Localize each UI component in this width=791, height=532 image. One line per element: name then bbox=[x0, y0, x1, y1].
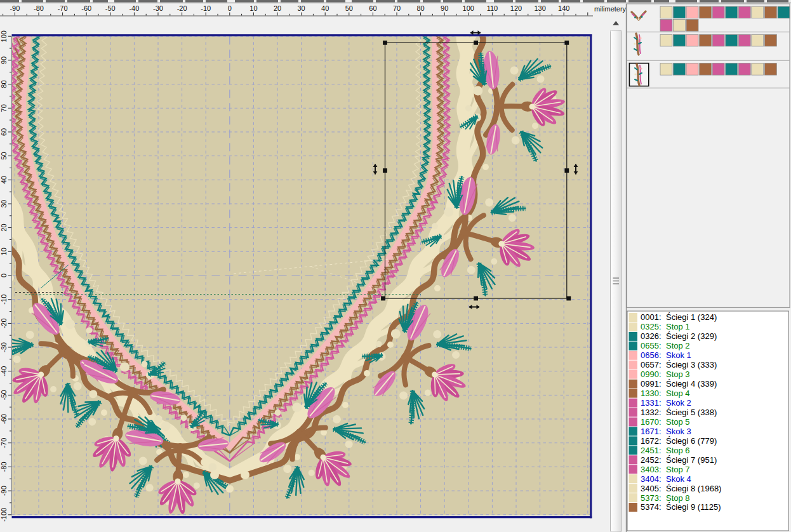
svg-text:-80: -80 bbox=[34, 4, 44, 12]
svg-text:10: 10 bbox=[0, 248, 8, 255]
svg-text:-50: -50 bbox=[0, 390, 8, 400]
svg-text:Ściegi 4 (339): Ściegi 4 (339) bbox=[666, 379, 717, 389]
svg-text:130: 130 bbox=[534, 4, 545, 12]
svg-text:30: 30 bbox=[297, 4, 305, 12]
svg-text:40: 40 bbox=[0, 176, 8, 183]
svg-text:2452:: 2452: bbox=[641, 455, 661, 465]
svg-text:0655:: 0655: bbox=[641, 341, 661, 350]
svg-text:Ściegi 9 (1125): Ściegi 9 (1125) bbox=[666, 502, 721, 512]
svg-text:110: 110 bbox=[487, 4, 498, 12]
svg-text:2451:: 2451: bbox=[641, 446, 661, 455]
svg-text:Stop 4: Stop 4 bbox=[666, 389, 690, 398]
svg-text:-30: -30 bbox=[0, 342, 8, 352]
svg-text:Skok 3: Skok 3 bbox=[666, 427, 691, 436]
svg-text:-70: -70 bbox=[0, 438, 8, 448]
svg-text:-60: -60 bbox=[81, 4, 91, 12]
svg-text:1330:: 1330: bbox=[641, 389, 661, 398]
svg-text:Stop 6: Stop 6 bbox=[666, 446, 690, 455]
svg-text:-60: -60 bbox=[0, 414, 8, 424]
svg-text:50: 50 bbox=[0, 152, 8, 159]
svg-text:3403:: 3403: bbox=[641, 465, 661, 474]
svg-text:-40: -40 bbox=[129, 4, 139, 12]
svg-text:Ściegi 8 (1968): Ściegi 8 (1968) bbox=[666, 484, 721, 493]
svg-text:0001:: 0001: bbox=[641, 312, 661, 322]
svg-text:20: 20 bbox=[0, 223, 8, 231]
svg-text:Skok 1: Skok 1 bbox=[666, 350, 691, 360]
svg-text:Stop 2: Stop 2 bbox=[666, 341, 690, 350]
svg-text:-20: -20 bbox=[177, 4, 187, 12]
svg-text:50: 50 bbox=[345, 4, 353, 12]
svg-text:milimetery: milimetery bbox=[594, 5, 627, 13]
svg-text:Ściegi 5 (338): Ściegi 5 (338) bbox=[666, 408, 717, 417]
svg-text:60: 60 bbox=[369, 4, 376, 12]
svg-text:Ściegi 2 (329): Ściegi 2 (329) bbox=[666, 331, 717, 341]
svg-text:5373:: 5373: bbox=[641, 493, 661, 503]
svg-text:90: 90 bbox=[0, 57, 8, 64]
svg-text:1672:: 1672: bbox=[641, 436, 661, 446]
svg-text:0326:: 0326: bbox=[641, 331, 661, 341]
svg-text:140: 140 bbox=[558, 4, 569, 12]
svg-text:40: 40 bbox=[321, 4, 329, 12]
svg-text:70: 70 bbox=[393, 4, 401, 12]
svg-text:60: 60 bbox=[0, 128, 8, 136]
svg-text:-80: -80 bbox=[0, 462, 8, 472]
svg-text:-10: -10 bbox=[201, 4, 211, 12]
svg-text:20: 20 bbox=[274, 4, 281, 12]
svg-text:-20: -20 bbox=[0, 318, 8, 328]
svg-text:-90: -90 bbox=[0, 486, 8, 496]
svg-text:100: 100 bbox=[463, 4, 474, 12]
svg-text:5374:: 5374: bbox=[641, 502, 661, 512]
svg-text:0325:: 0325: bbox=[641, 322, 661, 331]
svg-text:1670:: 1670: bbox=[641, 417, 661, 427]
svg-text:0: 0 bbox=[0, 274, 8, 277]
svg-text:70: 70 bbox=[0, 104, 8, 112]
svg-text:100: 100 bbox=[0, 30, 8, 42]
svg-text:0990:: 0990: bbox=[641, 369, 661, 379]
svg-text:80: 80 bbox=[0, 80, 8, 88]
svg-text:90: 90 bbox=[441, 4, 448, 12]
svg-text:Ściegi 3 (333): Ściegi 3 (333) bbox=[666, 360, 717, 369]
svg-text:0656:: 0656: bbox=[641, 350, 661, 360]
svg-text:Ściegi 6 (779): Ściegi 6 (779) bbox=[666, 436, 717, 446]
svg-text:10: 10 bbox=[249, 4, 257, 12]
svg-text:Ściegi 7 (951): Ściegi 7 (951) bbox=[666, 455, 717, 465]
svg-text:Stop 1: Stop 1 bbox=[666, 322, 690, 331]
svg-text:Stop 5: Stop 5 bbox=[666, 417, 690, 427]
svg-text:1671:: 1671: bbox=[641, 427, 661, 436]
svg-text:-50: -50 bbox=[105, 4, 116, 12]
svg-text:Skok 4: Skok 4 bbox=[666, 474, 691, 484]
svg-text:Stop 7: Stop 7 bbox=[666, 465, 690, 474]
svg-text:-90: -90 bbox=[10, 4, 20, 12]
svg-text:-40: -40 bbox=[0, 366, 8, 376]
svg-text:Skok 2: Skok 2 bbox=[666, 398, 691, 408]
svg-text:Stop 8: Stop 8 bbox=[666, 493, 690, 503]
svg-text:120: 120 bbox=[510, 4, 522, 12]
svg-text:30: 30 bbox=[0, 200, 8, 208]
svg-text:-100: -100 bbox=[0, 508, 8, 522]
svg-text:-70: -70 bbox=[58, 4, 68, 12]
svg-text:-30: -30 bbox=[153, 4, 163, 12]
svg-text:0: 0 bbox=[228, 4, 232, 12]
svg-text:Ściegi 1 (324): Ściegi 1 (324) bbox=[666, 312, 717, 322]
svg-text:0657:: 0657: bbox=[641, 360, 661, 369]
svg-text:1331:: 1331: bbox=[641, 398, 661, 408]
svg-text:3405:: 3405: bbox=[641, 484, 661, 493]
svg-text:80: 80 bbox=[416, 4, 424, 12]
svg-text:1332:: 1332: bbox=[641, 408, 661, 417]
svg-text:0991:: 0991: bbox=[641, 379, 661, 389]
svg-text:Stop 3: Stop 3 bbox=[666, 369, 690, 379]
svg-text:-10: -10 bbox=[0, 295, 8, 305]
svg-text:3404:: 3404: bbox=[641, 474, 661, 484]
